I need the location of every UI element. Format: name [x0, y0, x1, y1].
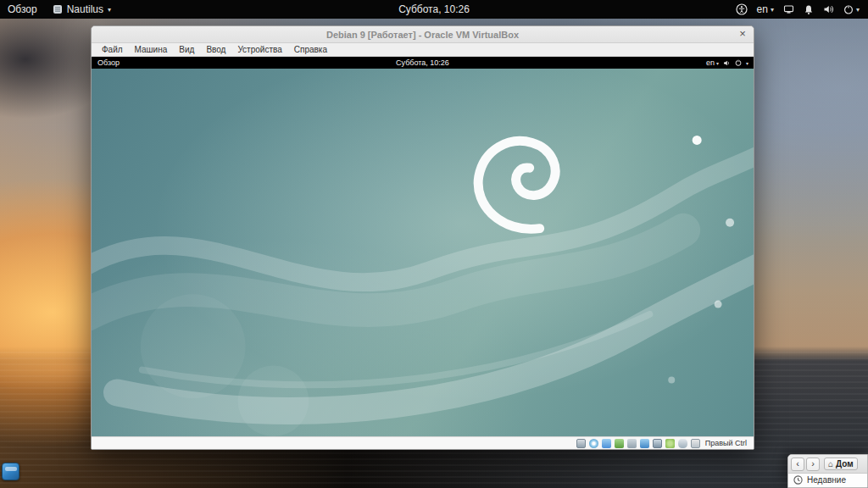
status-recording-icon[interactable] — [665, 439, 675, 448]
vbox-status-bar: Правый Ctrl — [92, 436, 754, 449]
menu-view[interactable]: Вид — [174, 45, 199, 54]
guest-activities-button[interactable]: Обзор — [92, 58, 125, 67]
guest-top-bar: Обзор Суббота, 10:26 en ▾ ▾ — [92, 57, 754, 69]
chevron-down-icon: ▾ — [746, 60, 748, 66]
vbox-titlebar[interactable]: Debian 9 [Работает] - Oracle VM VirtualB… — [92, 26, 754, 43]
network-icon[interactable] — [783, 4, 794, 14]
debian-logo-icon — [478, 141, 555, 229]
vbox-menubar: Файл Машина Вид Ввод Устройства Справка — [92, 43, 754, 57]
guest-keyboard-layout-label: en — [706, 58, 715, 67]
menu-help[interactable]: Справка — [289, 45, 332, 54]
nautilus-app-icon — [53, 4, 63, 14]
menu-devices[interactable]: Устройства — [232, 45, 287, 54]
accessibility-icon[interactable] — [736, 3, 748, 15]
app-menu-nautilus[interactable]: Nautilus ▾ — [45, 0, 119, 19]
guest-keyboard-layout-indicator[interactable]: en ▾ — [706, 58, 719, 67]
recent-clock-icon — [793, 475, 803, 485]
keyboard-layout-label: en — [757, 3, 768, 15]
status-display-icon[interactable] — [653, 439, 662, 448]
close-button[interactable]: × — [735, 27, 750, 42]
back-button[interactable]: ‹ — [791, 458, 804, 471]
chevron-down-icon: ▾ — [716, 60, 719, 66]
power-icon — [843, 4, 854, 14]
chevron-down-icon: ▾ — [771, 6, 774, 14]
virtualbox-window: Debian 9 [Работает] - Oracle VM VirtualB… — [91, 25, 754, 450]
vbox-window-title: Debian 9 [Работает] - Oracle VM VirtualB… — [92, 30, 754, 40]
forward-button[interactable]: › — [806, 458, 820, 471]
chevron-down-icon: ▾ — [108, 6, 111, 14]
status-usb-icon[interactable] — [627, 439, 637, 448]
home-path-button[interactable]: ⌂ Дом — [824, 458, 858, 470]
sidebar-item-recent[interactable]: Недавние — [788, 474, 867, 486]
guest-power-icon[interactable] — [735, 59, 742, 66]
menu-file[interactable]: Файл — [97, 45, 128, 54]
home-label: Дом — [836, 459, 854, 469]
debian-wallpaper — [92, 69, 754, 436]
home-icon: ⌂ — [828, 459, 833, 469]
status-keyboard-icon — [691, 439, 700, 448]
guest-volume-icon[interactable] — [723, 59, 731, 67]
menu-machine[interactable]: Машина — [130, 45, 173, 54]
status-network-icon[interactable] — [615, 439, 624, 448]
activities-button[interactable]: Обзор — [0, 0, 45, 19]
files-window: ‹ › ⌂ Дом Недавние — [787, 454, 868, 488]
host-key-label: Правый Ctrl — [705, 439, 747, 447]
status-optical-disk-icon[interactable] — [589, 439, 598, 448]
notifications-bell-icon[interactable] — [804, 4, 814, 15]
menu-input[interactable]: Ввод — [201, 45, 231, 54]
volume-icon[interactable] — [823, 4, 834, 14]
status-mouse-integration-icon[interactable] — [678, 439, 687, 448]
dock-files-icon[interactable] — [2, 463, 19, 480]
power-menu[interactable]: ▾ — [843, 4, 860, 14]
chevron-down-icon: ▾ — [856, 6, 860, 14]
vm-display[interactable]: Обзор Суббота, 10:26 en ▾ ▾ — [92, 57, 754, 436]
recent-label: Недавние — [807, 475, 846, 485]
status-shared-folders-icon[interactable] — [640, 439, 649, 448]
status-audio-icon[interactable] — [602, 439, 611, 448]
guest-clock[interactable]: Суббота, 10:26 — [92, 58, 754, 67]
activities-label: Обзор — [8, 3, 37, 15]
files-toolbar: ‹ › ⌂ Дом — [788, 455, 867, 474]
wallpaper-artwork — [92, 69, 754, 436]
app-menu-label: Nautilus — [67, 3, 103, 15]
keyboard-layout-indicator[interactable]: en ▾ — [757, 3, 774, 15]
status-hard-disk-icon[interactable] — [576, 439, 586, 448]
host-top-bar: Обзор Nautilus ▾ Суббота, 10:26 en ▾ — [0, 0, 868, 19]
